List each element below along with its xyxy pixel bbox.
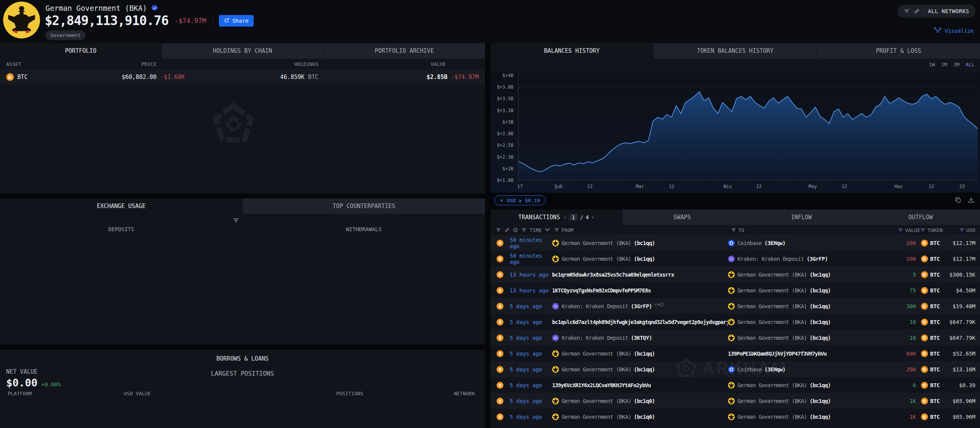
transaction-to[interactable]: German Government (BKA)(bc1qq) — [728, 398, 885, 405]
filter-icon[interactable] — [731, 227, 736, 233]
transaction-token[interactable]: B BTC — [918, 240, 940, 247]
transaction-token[interactable]: B BTC — [918, 334, 940, 341]
filter-icon[interactable] — [898, 227, 903, 233]
transaction-row[interactable]: B 5 days ago German Government (BKA)(bc1… — [490, 361, 980, 377]
download-icon[interactable] — [968, 196, 975, 205]
transaction-to[interactable]: German Government (BKA)(bc1qq) — [728, 319, 885, 326]
transaction-token[interactable]: B BTC — [918, 398, 940, 405]
transaction-time-link[interactable]: 5 days ago — [510, 414, 552, 420]
col-value[interactable]: VALUE — [318, 61, 479, 67]
tab-profit-loss[interactable]: PROFIT & LOSS — [817, 43, 980, 59]
transaction-time-link[interactable]: 50 minutes ago — [510, 237, 552, 249]
transaction-from[interactable]: German Government (BKA)(bc1q0) — [552, 398, 728, 405]
transaction-to[interactable]: German Government (BKA)(bc1qq) — [728, 303, 885, 310]
tab-portfolio[interactable]: PORTFOLIO — [0, 43, 162, 59]
transaction-token[interactable]: B BTC — [918, 382, 940, 389]
next-page-button[interactable]: › — [591, 214, 594, 220]
close-icon[interactable]: × — [500, 197, 503, 203]
chevron-down-icon[interactable] — [545, 227, 550, 233]
share-button[interactable]: Share — [219, 15, 254, 27]
col-token[interactable]: TOKEN — [928, 227, 943, 233]
tab-token-balances-history[interactable]: TOKEN BALANCES HISTORY — [653, 43, 817, 59]
tab-outflow[interactable]: OUTFLOW — [861, 210, 980, 225]
usd-filter-pill[interactable]: × USD ≥ $0.10 — [494, 195, 546, 205]
col-usd[interactable]: USD — [967, 227, 975, 233]
transaction-from[interactable]: German Government (BKA)(bc1qq) — [552, 240, 728, 247]
transaction-row[interactable]: B 5 days ago Kraken: Kraken Deposit(3GrF… — [490, 298, 980, 314]
transaction-time-link[interactable]: 13 hours ago — [510, 272, 552, 278]
range-3m[interactable]: 3M — [953, 62, 960, 67]
prev-page-button[interactable]: ‹ — [564, 214, 567, 220]
range-all[interactable]: ALL — [966, 62, 975, 67]
transaction-row[interactable]: B 5 days ago bc1qulc6d7azlt4ph89djhfwgkj… — [490, 314, 980, 330]
transaction-row[interactable]: B 5 days ago Kraken: Kraken Deposit(3KTQ… — [490, 330, 980, 346]
chart-plot-area[interactable] — [518, 73, 978, 180]
transaction-from[interactable]: German Government (BKA)(bc1q0) — [552, 413, 728, 420]
transaction-time-link[interactable]: 13 hours ago — [510, 287, 552, 294]
transaction-to[interactable]: Kraken: Kraken Deposit(3GrFP) — [728, 255, 885, 262]
col-asset[interactable]: ASSET — [6, 61, 76, 67]
col-time[interactable]: TIME — [530, 227, 542, 233]
transaction-from[interactable]: bc1qrm05dswkr3x8sa25vs5c7sa69elqenletxsr… — [552, 272, 728, 278]
col-to[interactable]: TO — [738, 227, 744, 233]
transaction-to[interactable]: 139PoPE1bKQam8QJjhVjYDP47f3VH7ybVu — [728, 351, 885, 357]
transaction-token[interactable]: B BTC — [918, 413, 940, 420]
col-from[interactable]: FROM — [561, 227, 573, 233]
transaction-token[interactable]: B BTC — [918, 271, 940, 278]
tab-inflow[interactable]: INFLOW — [741, 210, 860, 225]
transaction-token[interactable]: B BTC — [918, 366, 940, 373]
transaction-to[interactable]: German Government (BKA)(bc1qq) — [728, 271, 885, 278]
col-holdings[interactable]: HOLDINGS — [199, 61, 318, 67]
col-price[interactable]: PRICE — [76, 61, 157, 67]
transaction-token[interactable]: B BTC — [918, 350, 940, 357]
transaction-row[interactable]: B 13 hours ago bc1qrm05dswkr3x8sa25vs5c7… — [490, 267, 980, 282]
all-networks-selector[interactable]: ALL NETWORKS — [897, 5, 975, 18]
link-icon[interactable] — [504, 227, 510, 233]
transaction-token[interactable]: B BTC — [918, 255, 940, 262]
transaction-time-link[interactable]: 5 days ago — [510, 398, 552, 404]
transaction-to[interactable]: German Government (BKA)(bc1qq) — [728, 382, 885, 389]
filter-icon[interactable] — [920, 227, 926, 233]
transaction-row[interactable]: B 5 days ago German Government (BKA)(bc1… — [490, 346, 980, 361]
tab-portfolio-archive[interactable]: PORTFOLIO ARCHIVE — [323, 43, 485, 59]
tab-swaps[interactable]: SWAPS — [622, 210, 741, 225]
portfolio-row-btc[interactable]: B BTC $60,802.00 -$1.60K 46.859K BTC $2.… — [0, 69, 485, 85]
transaction-to[interactable]: German Government (BKA)(bc1qq) — [728, 413, 885, 420]
transaction-from[interactable]: German Government (BKA)(bc1qq) — [552, 350, 728, 357]
transaction-to[interactable]: Coinbase(3EHqw) — [728, 366, 885, 373]
entity-tag[interactable]: Government — [45, 30, 86, 40]
tab-balances-history[interactable]: BALANCES HISTORY — [490, 43, 653, 59]
transaction-from[interactable]: 1KTCQyzvqTgxNsFm92xCDmpvfePPSM7E8s — [552, 287, 728, 294]
transaction-time-link[interactable]: 5 days ago — [510, 351, 552, 357]
transaction-token[interactable]: B BTC — [918, 303, 940, 310]
transaction-row[interactable]: B 50 minutes ago German Government (BKA)… — [490, 235, 980, 251]
balance-chart[interactable]: $+4B$+3.8B$+3.5B$+3.3B$+3B$+2.8B$+2.5B$+… — [490, 72, 980, 193]
filter-icon[interactable] — [521, 227, 527, 233]
transaction-from[interactable]: German Government (BKA)(bc1qq) — [552, 366, 728, 373]
transaction-from[interactable]: Kraken: Kraken Deposit(3KTQY) — [552, 334, 728, 341]
transaction-time-link[interactable]: 50 minutes ago — [510, 253, 552, 265]
transaction-row[interactable]: B 5 days ago German Government (BKA)(bc1… — [490, 393, 980, 409]
tab-holdings-by-chain[interactable]: HOLDINGS BY CHAIN — [162, 43, 323, 59]
visualize-link[interactable]: Visualize — [934, 27, 974, 34]
transaction-time-link[interactable]: 5 days ago — [510, 319, 552, 325]
transaction-from[interactable]: Kraken: Kraken Deposit(3GrFP)(+2) — [552, 303, 728, 310]
filter-icon[interactable] — [496, 227, 501, 233]
tab-exchange-usage[interactable]: EXCHANGE USAGE — [0, 198, 242, 214]
filter-icon[interactable] — [232, 217, 239, 224]
transaction-to[interactable]: Coinbase(3EHqw) — [728, 240, 885, 247]
tab-top-counterparties[interactable]: TOP COUNTERPARTIES — [242, 198, 485, 214]
filter-icon[interactable] — [959, 227, 965, 233]
tab-transactions[interactable]: TRANSACTIONS ‹ 1 / 4 › — [490, 210, 622, 225]
clock-icon[interactable] — [513, 227, 518, 233]
transaction-token[interactable]: B BTC — [918, 287, 940, 294]
transaction-from[interactable]: bc1qulc6d7azlt4ph89djhfwgkje3akgtqnd32lw… — [552, 319, 728, 325]
range-1w[interactable]: 1W — [929, 62, 935, 67]
transaction-row[interactable]: B 13 hours ago 1KTCQyzvqTgxNsFm92xCDmpvf… — [490, 282, 980, 298]
transaction-to[interactable]: German Government (BKA)(bc1qq) — [728, 287, 885, 294]
transaction-row[interactable]: B 5 days ago German Government (BKA)(bc1… — [490, 409, 980, 425]
copy-icon[interactable] — [955, 196, 961, 205]
transaction-from[interactable]: German Government (BKA)(bc1qq) — [552, 255, 728, 262]
range-1m[interactable]: 1M — [941, 62, 947, 67]
transaction-token[interactable]: B BTC — [918, 319, 940, 326]
